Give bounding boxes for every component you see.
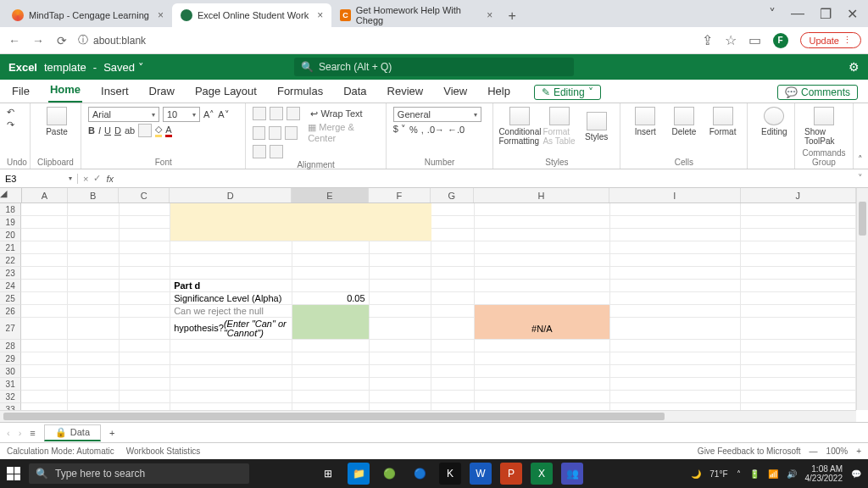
decrease-indent-icon[interactable] [253, 145, 266, 158]
cell[interactable] [431, 378, 475, 391]
name-box[interactable]: E3▾ [0, 174, 78, 184]
cell[interactable] [475, 216, 610, 229]
cell[interactable]: Significance Level (Alpha) [170, 292, 292, 305]
cell[interactable] [170, 378, 292, 391]
toolpak-button[interactable]: Show ToolPak [804, 107, 843, 146]
maximize-icon[interactable]: ❐ [820, 6, 832, 22]
cell[interactable] [741, 267, 856, 280]
font-size-select[interactable]: 10▾ [163, 107, 200, 122]
tab-draw[interactable]: Draw [147, 81, 176, 103]
gear-icon[interactable]: ⚙ [849, 60, 860, 74]
col-header-D[interactable]: D [170, 188, 292, 202]
row-header[interactable]: 23 [0, 267, 21, 280]
cell[interactable] [370, 340, 431, 352]
strike-button[interactable]: ab [125, 125, 135, 136]
cell[interactable] [431, 391, 475, 403]
back-icon[interactable]: ← [7, 34, 22, 47]
undo-icon[interactable]: ↶ [7, 107, 23, 118]
cell[interactable] [431, 216, 475, 229]
cell[interactable] [292, 352, 370, 365]
cell[interactable] [68, 241, 119, 254]
cell[interactable] [610, 267, 741, 280]
tab-file[interactable]: File [10, 81, 31, 103]
cell[interactable] [68, 318, 119, 340]
merge-center-button[interactable]: ▦ Merge & Center [308, 122, 379, 143]
cell[interactable] [292, 340, 370, 352]
enter-formula-icon[interactable]: ✓ [93, 173, 101, 184]
reading-list-icon[interactable]: ▭ [748, 32, 761, 48]
cell[interactable] [120, 403, 170, 410]
row-header[interactable]: 31 [0, 378, 21, 391]
cell[interactable] [68, 378, 119, 391]
cell[interactable] [475, 229, 610, 241]
cell[interactable] [475, 203, 610, 216]
cell[interactable] [68, 254, 119, 267]
battery-icon[interactable]: 🔋 [749, 469, 760, 479]
taskbar-search[interactable]: 🔍Type here to search [29, 463, 249, 484]
cell[interactable] [370, 216, 431, 229]
powerpoint-icon[interactable]: P [500, 463, 522, 485]
cell[interactable] [120, 391, 170, 403]
cell-styles-button[interactable]: Styles [580, 112, 614, 141]
cell[interactable] [370, 378, 431, 391]
cell[interactable] [431, 254, 475, 267]
cell[interactable] [120, 340, 170, 352]
cell[interactable] [120, 352, 170, 365]
share-icon[interactable]: ⇪ [702, 32, 713, 48]
row-header[interactable]: 25 [0, 292, 21, 305]
row-header[interactable]: 21 [0, 241, 21, 254]
cell[interactable]: 0.05 [292, 292, 370, 305]
cell[interactable] [741, 365, 856, 378]
chevron-down-icon[interactable]: ˅ [769, 6, 776, 22]
zoom-level[interactable]: 100% [826, 446, 849, 456]
cell[interactable] [21, 352, 68, 365]
cell[interactable] [370, 229, 431, 241]
cell[interactable] [170, 216, 292, 229]
cell[interactable] [68, 391, 119, 403]
cell[interactable] [741, 403, 856, 410]
select-all-corner[interactable]: ◢ [0, 188, 22, 202]
cell[interactable] [475, 352, 610, 365]
cell[interactable] [120, 378, 170, 391]
cell[interactable] [292, 216, 370, 229]
col-header-G[interactable]: G [431, 188, 474, 202]
cell[interactable] [292, 318, 370, 340]
cancel-formula-icon[interactable]: × [83, 174, 88, 184]
cell[interactable] [431, 318, 475, 340]
cell[interactable] [68, 305, 119, 318]
col-header-J[interactable]: J [741, 188, 856, 202]
insert-cells-button[interactable]: Insert [627, 107, 663, 136]
cell[interactable] [170, 352, 292, 365]
save-state[interactable]: Saved ˅ [103, 61, 144, 74]
tab-insert[interactable]: Insert [99, 81, 131, 103]
clock[interactable]: 1:08 AM 4/23/2022 [805, 464, 843, 483]
horizontal-scrollbar[interactable] [0, 410, 856, 422]
fx-icon[interactable]: fx [106, 174, 114, 184]
close-icon[interactable]: × [317, 9, 323, 21]
cell[interactable] [475, 292, 610, 305]
cell[interactable] [68, 216, 119, 229]
cell[interactable] [21, 305, 68, 318]
col-header-H[interactable]: H [474, 188, 609, 202]
row-header[interactable]: 28 [0, 340, 21, 352]
update-button[interactable]: Update⋮ [800, 32, 861, 48]
cell[interactable] [610, 241, 741, 254]
cell[interactable] [120, 203, 170, 216]
file-explorer-icon[interactable]: 📁 [348, 463, 370, 485]
comments-button[interactable]: 💬 Comments [777, 85, 858, 100]
editing-mode-dropdown[interactable]: ✎ Editing ˅ [534, 85, 601, 100]
cell[interactable] [610, 203, 741, 216]
cell[interactable] [370, 280, 431, 292]
cell[interactable] [431, 365, 475, 378]
col-header-F[interactable]: F [369, 188, 431, 202]
col-header-A[interactable]: A [22, 188, 69, 202]
cell[interactable] [741, 318, 856, 340]
cell[interactable] [292, 229, 370, 241]
app-icon[interactable]: K [439, 463, 461, 485]
reload-icon[interactable]: ⟳ [54, 34, 70, 47]
browser-tab-excel[interactable]: Excel Online Student Work × [172, 3, 331, 27]
cell[interactable] [170, 391, 292, 403]
percent-button[interactable]: % [409, 125, 418, 135]
row-header[interactable]: 29 [0, 352, 21, 365]
cell[interactable]: #N/A [475, 318, 610, 340]
